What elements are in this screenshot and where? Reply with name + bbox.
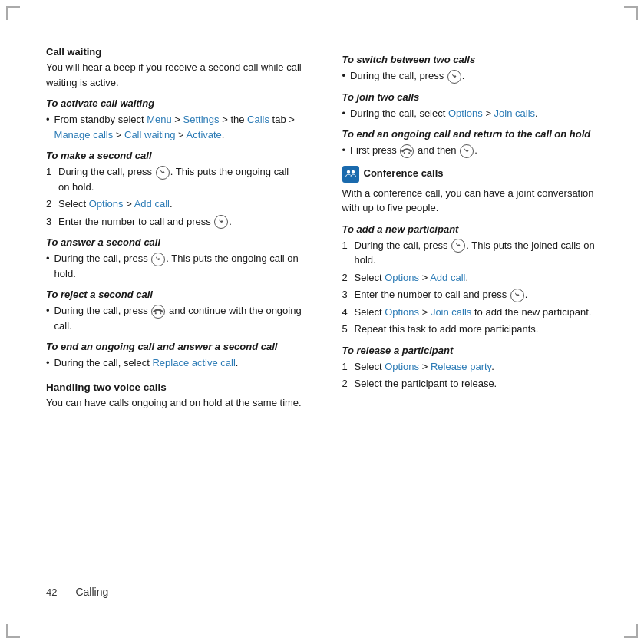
- corner-mark-br: [624, 624, 638, 638]
- add-step-3: 3 Enter the number to call and press .: [342, 287, 599, 302]
- menu-link: Menu: [147, 114, 172, 125]
- end-answer-item: During the call, select Replace active c…: [46, 355, 302, 371]
- phone-icon-make3: [214, 215, 228, 229]
- reject-second-heading: To reject a second call: [46, 289, 302, 300]
- end-answer-list: During the call, select Replace active c…: [46, 355, 302, 371]
- call-waiting-title: Call waiting: [46, 46, 302, 58]
- svg-point-4: [346, 170, 349, 173]
- end-answer-heading: To end an ongoing call and answer a seco…: [46, 341, 302, 352]
- call-waiting-body: You will hear a beep if you receive a se…: [46, 60, 302, 90]
- switch-heading: To switch between two calls: [342, 54, 599, 65]
- switch-item: During the call, press .: [342, 68, 599, 84]
- release-party-link: Release party: [431, 361, 491, 372]
- release-step-2: 2 Select the participant to release.: [342, 376, 599, 391]
- join-calls-link: Join calls: [494, 107, 535, 119]
- end-return-list: First press and then .: [342, 143, 599, 158]
- svg-point-5: [351, 170, 354, 173]
- phone-icon-add1: [451, 239, 465, 253]
- end-return-heading: To end an ongoing call and return to the…: [342, 128, 599, 140]
- phone-icon-make1: [156, 166, 170, 180]
- answer-second-list: During the call, press . This puts the o…: [46, 251, 302, 281]
- handling-title: Handling two voice calls: [46, 381, 302, 393]
- page-number: 42: [46, 586, 57, 598]
- activate-list: From standby select Menu > Settings > th…: [46, 112, 302, 142]
- right-column: To switch between two calls During the c…: [335, 46, 599, 576]
- add-call-link-add2: Add call: [430, 272, 465, 283]
- options-link-release: Options: [385, 361, 419, 372]
- options-link-make2: Options: [89, 198, 124, 210]
- switch-list: During the call, press .: [342, 68, 599, 84]
- answer-second-item: During the call, press . This puts the o…: [46, 251, 302, 281]
- phone-icon-return: [460, 144, 474, 158]
- reject-second-item: During the call, press and continue with…: [46, 303, 302, 333]
- activate-heading: To activate call waiting: [46, 97, 302, 109]
- call-waiting-link: Call waiting: [124, 129, 175, 140]
- left-column: Call waiting You will hear a beep if you…: [46, 46, 310, 576]
- end-icon-reject: [151, 305, 165, 319]
- release-list: 1 Select Options > Release party. 2 Sele…: [342, 359, 599, 391]
- settings-link: Settings: [183, 114, 220, 125]
- add-step5-text: Repeat this task to add more participant…: [355, 322, 539, 337]
- conference-body: With a conference call, you can have a j…: [342, 186, 599, 216]
- release-heading: To release a participant: [342, 345, 599, 356]
- corner-mark-bl: [6, 624, 20, 638]
- options-link-add2: Options: [385, 272, 419, 283]
- add-step-2: 2 Select Options > Add call.: [342, 270, 599, 286]
- end-return-item: First press and then .: [342, 143, 599, 158]
- reject-second-list: During the call, press and continue with…: [46, 303, 302, 333]
- manage-calls-link: Manage calls: [54, 129, 114, 140]
- add-participant-list: 1 During the call, press . This puts the…: [342, 238, 599, 337]
- handling-body: You can have calls ongoing and on hold a…: [46, 395, 302, 411]
- join-calls-link-add4: Join calls: [431, 306, 471, 318]
- add-step-1: 1 During the call, press . This puts the…: [342, 238, 599, 268]
- join-item: During the call, select Options > Join c…: [342, 106, 599, 121]
- make-step-1: 1 During the call, press . This puts the…: [46, 164, 302, 194]
- replace-active-link: Replace active call: [152, 357, 235, 368]
- add-step-4: 4 Select Options > Join calls to add the…: [342, 305, 599, 320]
- end-icon-return: [400, 144, 414, 158]
- corner-mark-tl: [6, 6, 20, 20]
- conference-title: Conference calls: [364, 167, 444, 179]
- add-step-5: 5 Repeat this task to add more participa…: [342, 322, 599, 337]
- join-heading: To join two calls: [342, 91, 599, 103]
- two-column-layout: Call waiting You will hear a beep if you…: [46, 46, 598, 576]
- answer-second-heading: To answer a second call: [46, 236, 302, 248]
- activate-link: Activate: [187, 129, 222, 140]
- footer-title: Calling: [75, 586, 108, 598]
- release-step2-text: Select the participant to release.: [355, 376, 497, 391]
- corner-mark-tr: [624, 6, 638, 20]
- phone-icon-add3: [510, 289, 524, 302]
- options-link-add4: Options: [385, 306, 419, 318]
- make-step-3: 3 Enter the number to call and press .: [46, 214, 302, 230]
- options-link-join: Options: [448, 107, 483, 119]
- release-step-1: 1 Select Options > Release party.: [342, 359, 599, 375]
- add-participant-heading: To add a new participant: [342, 223, 599, 235]
- join-list: During the call, select Options > Join c…: [342, 106, 599, 121]
- conference-icon: [342, 166, 359, 183]
- calls-link: Calls: [247, 114, 269, 125]
- page-footer: 42 Calling: [46, 576, 598, 598]
- page-content: Call waiting You will hear a beep if you…: [46, 46, 598, 598]
- activate-step1-text: From standby select: [54, 114, 147, 125]
- conference-header: Conference calls: [342, 166, 599, 183]
- add-call-link-make2: Add call: [134, 198, 170, 210]
- make-second-heading: To make a second call: [46, 150, 302, 161]
- activate-item: From standby select Menu > Settings > th…: [46, 112, 302, 142]
- make-step-2: 2 Select Options > Add call.: [46, 197, 302, 212]
- make-second-list: 1 During the call, press . This puts the…: [46, 164, 302, 229]
- phone-icon-answer: [151, 253, 165, 266]
- phone-icon-switch: [447, 70, 461, 84]
